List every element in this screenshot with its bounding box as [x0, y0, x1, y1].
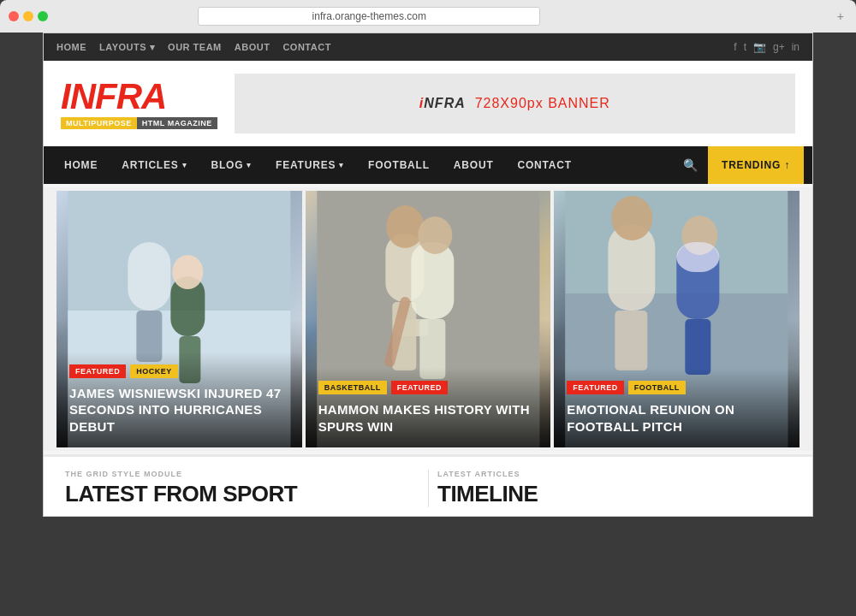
- browser-window: infra.orange-themes.com +: [0, 0, 856, 33]
- hero-article-grid: FEATURED HOCKEY JAMES WISNIEWSKI INJURED…: [44, 187, 812, 451]
- top-navigation: HOME LAYOUTS ▾ OUR TEAM ABOUT CONTACT f …: [44, 33, 812, 61]
- latest-sport-section: THE GRID STYLE MODULE LATEST FROM SPORT: [56, 470, 428, 507]
- article-title-basketball: HAMMON MAKES HISTORY WITH SPURS WIN: [318, 401, 538, 435]
- logo-area: INFRA MULTIPURPOSE HTML MAGAZINE: [61, 79, 217, 129]
- timeline-section: LATEST ARTICLES TIMELINE: [428, 470, 800, 507]
- svg-point-6: [172, 255, 203, 289]
- topnav-layouts[interactable]: LAYOUTS ▾: [99, 42, 155, 53]
- social-links: f t 📷 g+ in: [734, 41, 800, 53]
- tag-basketball: BASKETBALL: [318, 381, 387, 394]
- timeline-label: LATEST ARTICLES: [437, 470, 791, 478]
- address-bar[interactable]: infra.orange-themes.com: [198, 7, 540, 26]
- linkedin-icon[interactable]: in: [792, 41, 800, 53]
- tag-featured-football: FEATURED: [567, 381, 623, 394]
- topnav-about[interactable]: ABOUT: [235, 42, 270, 53]
- googleplus-icon[interactable]: g+: [773, 41, 785, 53]
- main-navigation: HOME ARTICLES ▾ BLOG ▾ FEATURES ▾ FOOTBA…: [44, 146, 812, 184]
- tag-featured-hockey: FEATURED: [69, 364, 126, 378]
- banner-label: BANNER: [548, 96, 610, 110]
- timeline-title: TIMELINE: [437, 481, 791, 507]
- site-header: INFRA MULTIPURPOSE HTML MAGAZINE iNFRA 7…: [44, 61, 812, 146]
- svg-point-15: [418, 216, 452, 254]
- topnav-ourteam[interactable]: OUR TEAM: [168, 42, 222, 53]
- nav-links: HOME ARTICLES ▾ BLOG ▾ FEATURES ▾ FOOTBA…: [52, 146, 673, 184]
- browser-actions: +: [834, 8, 847, 25]
- browser-toolbar: infra.orange-themes.com +: [0, 7, 856, 33]
- article-tags-football: FEATURED FOOTBALL: [567, 381, 787, 394]
- nav-articles[interactable]: ARTICLES ▾: [110, 146, 199, 184]
- nav-home[interactable]: HOME: [52, 146, 110, 184]
- website-container: HOME LAYOUTS ▾ OUR TEAM ABOUT CONTACT f …: [43, 33, 813, 517]
- svg-point-12: [386, 205, 424, 248]
- nav-blog[interactable]: BLOG ▾: [199, 146, 264, 184]
- article-card-hockey[interactable]: FEATURED HOCKEY JAMES WISNIEWSKI INJURED…: [56, 191, 302, 447]
- article-title-football: EMOTIONAL REUNION ON FOOTBALL PITCH: [567, 401, 787, 435]
- twitter-icon[interactable]: t: [744, 41, 746, 53]
- top-nav-links: HOME LAYOUTS ▾ OUR TEAM ABOUT CONTACT: [56, 42, 331, 53]
- search-button[interactable]: 🔍: [673, 158, 708, 172]
- tag-multipurpose: MULTIPURPOSE: [61, 117, 137, 129]
- nav-contact[interactable]: CONTACT: [506, 146, 584, 184]
- banner-dimensions: 728X90px: [475, 96, 544, 110]
- new-tab-button[interactable]: +: [834, 8, 847, 25]
- window-controls: [9, 11, 48, 21]
- banner-area[interactable]: iNFRA 728X90px BANNER: [235, 74, 795, 133]
- logo-tagline: MULTIPURPOSE HTML MAGAZINE: [61, 117, 217, 129]
- trending-button[interactable]: TRENDING ↑: [708, 146, 804, 184]
- svg-point-21: [612, 196, 653, 240]
- svg-rect-20: [615, 311, 648, 370]
- instagram-icon[interactable]: 📷: [753, 41, 766, 53]
- banner-text: iNFRA 728X90px BANNER: [419, 96, 610, 111]
- article-overlay-hockey: FEATURED HOCKEY JAMES WISNIEWSKI INJURED…: [56, 352, 302, 448]
- article-title-hockey: JAMES WISNIEWSKI INJURED 47 SECONDS INTO…: [69, 385, 289, 435]
- topnav-contact[interactable]: CONTACT: [282, 42, 330, 53]
- latest-sport-title: LATEST FROM SPORT: [65, 481, 419, 507]
- article-card-basketball[interactable]: BASKETBALL FEATURED HAMMON MAKES HISTORY…: [306, 191, 551, 447]
- minimize-button[interactable]: [23, 11, 33, 21]
- article-overlay-basketball: BASKETBALL FEATURED HAMMON MAKES HISTORY…: [306, 368, 551, 447]
- article-tags-hockey: FEATURED HOCKEY: [69, 364, 289, 378]
- facebook-icon[interactable]: f: [734, 41, 736, 53]
- tag-hockey: HOCKEY: [130, 364, 178, 378]
- bottom-section: THE GRID STYLE MODULE LATEST FROM SPORT …: [44, 454, 812, 516]
- nav-about[interactable]: ABOUT: [442, 146, 506, 184]
- nav-features[interactable]: FEATURES ▾: [264, 146, 356, 184]
- logo-rest: NFRA: [70, 76, 167, 116]
- banner-brand: iNFRA: [419, 96, 466, 110]
- svg-rect-23: [686, 319, 711, 375]
- nav-football[interactable]: FOOTBALL: [356, 146, 442, 184]
- article-card-football[interactable]: FEATURED FOOTBALL EMOTIONAL REUNION ON F…: [554, 191, 800, 447]
- tag-featured-basketball: FEATURED: [391, 381, 448, 394]
- tag-football: FOOTBALL: [628, 381, 686, 394]
- svg-rect-2: [128, 242, 170, 311]
- latest-sport-label: THE GRID STYLE MODULE: [65, 470, 419, 478]
- tag-html: HTML MAGAZINE: [137, 117, 217, 129]
- article-tags-basketball: BASKETBALL FEATURED: [318, 381, 538, 394]
- maximize-button[interactable]: [38, 11, 48, 21]
- svg-rect-25: [677, 242, 720, 272]
- logo-accent: I: [61, 76, 70, 116]
- topnav-home[interactable]: HOME: [56, 42, 86, 53]
- site-logo[interactable]: INFRA: [61, 79, 217, 115]
- close-button[interactable]: [9, 11, 19, 21]
- article-overlay-football: FEATURED FOOTBALL EMOTIONAL REUNION ON F…: [554, 368, 800, 447]
